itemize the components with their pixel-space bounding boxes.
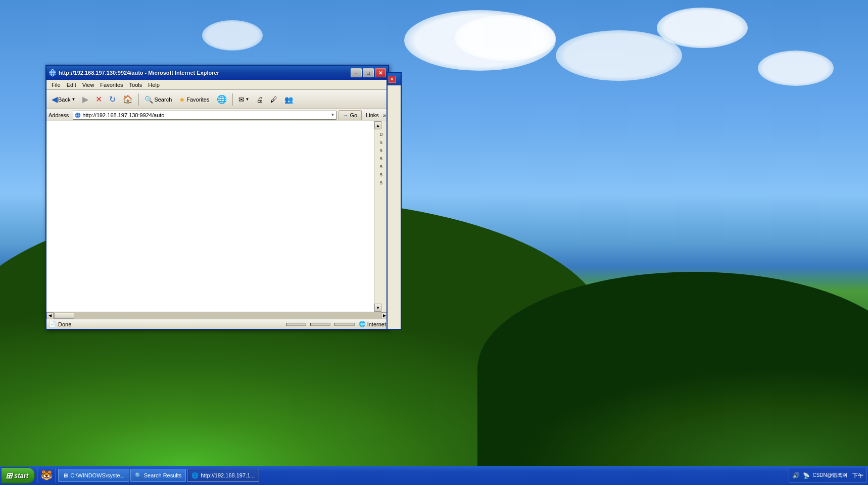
windows-logo: ⊞: [6, 471, 12, 480]
back-button[interactable]: ◀ Back ▼: [49, 92, 78, 107]
mail-button[interactable]: ✉ ▼: [235, 92, 253, 107]
address-input[interactable]: [82, 112, 329, 118]
tray-icons: 🔊: [792, 472, 800, 479]
toolbar-expand-icon[interactable]: »: [383, 112, 386, 118]
stop-button[interactable]: ✕: [92, 92, 105, 107]
page-status-icon: 📄: [49, 321, 56, 328]
window-title: http://192.168.197.130:9924/auto - Micro…: [59, 70, 351, 76]
status-zone: 🌐 Internet: [359, 321, 386, 327]
h-scrollbar: ◀ ▶: [46, 312, 388, 319]
taskbar-cmd[interactable]: 🖥 C:\WINDOWS\syste...: [58, 469, 129, 482]
mail-dropdown-icon[interactable]: ▼: [246, 97, 250, 102]
address-label: Address: [49, 112, 69, 118]
search-label: Search: [154, 96, 172, 103]
start-button[interactable]: ⊞ start: [1, 467, 35, 483]
minimize-button[interactable]: –: [351, 68, 362, 77]
back-icon: ◀: [52, 94, 58, 104]
ie-window: http://192.168.197.130:9924/auto - Micro…: [45, 65, 389, 330]
browser-content[interactable]: [46, 121, 374, 312]
scroll-down-arrow[interactable]: ▼: [374, 304, 381, 312]
search-icon: 🔍: [144, 95, 153, 104]
start-label: start: [14, 472, 28, 479]
refresh-button[interactable]: ↻: [106, 92, 119, 107]
menu-edit[interactable]: Edit: [64, 81, 79, 89]
menu-file[interactable]: File: [49, 81, 64, 89]
back-label: Back: [58, 96, 70, 103]
toolbar: ◀ Back ▼ ▶ ✕ ↻ 🏠 🔍 Search ★ Favorite: [46, 90, 388, 109]
taskbar: ⊞ start 🐯 🖥 C:\WINDOWS\syste... 🔍 Search…: [0, 466, 868, 485]
tray-app-icon: 📡: [803, 472, 810, 479]
taskbar-search[interactable]: 🔍 Search Results: [130, 469, 186, 482]
second-title-bar: ✕: [388, 73, 401, 85]
discuss-icon: 👥: [284, 95, 293, 104]
page-icon: [74, 112, 81, 119]
forward-button[interactable]: ▶: [79, 92, 91, 107]
home-button[interactable]: 🏠: [120, 92, 136, 107]
menu-bar: File Edit View Favorites Tools Help: [46, 80, 388, 90]
clock: 下午: [852, 472, 863, 479]
cmd-icon: 🖥: [63, 472, 68, 478]
internet-icon: 🌐: [359, 321, 366, 327]
address-input-wrapper[interactable]: ▼: [73, 111, 336, 120]
toolbar-sep-1: [138, 93, 139, 106]
media-button[interactable]: 🌐: [214, 92, 230, 107]
favorites-label: Favorites: [186, 96, 209, 103]
zone-text: Internet: [367, 321, 386, 327]
favorites-button[interactable]: ★ Favorites: [176, 92, 212, 107]
system-tray: 🔊 📡 CSDN@猎鹰网 下午: [789, 468, 867, 483]
search-taskbar-icon: 🔍: [135, 472, 142, 479]
refresh-icon: ↻: [109, 94, 116, 104]
progress-bar-3: [334, 323, 355, 326]
close-button[interactable]: ✕: [375, 68, 386, 77]
right-sidebar: ▲ D 5 5 5 5 5 5 ▼: [374, 121, 388, 312]
scroll-left-arrow[interactable]: ◀: [46, 312, 54, 319]
menu-favorites[interactable]: Favorites: [97, 81, 126, 89]
taskbar-sep-2: [56, 468, 56, 482]
status-text: Done: [58, 321, 284, 327]
progress-bar-1: [286, 323, 306, 326]
toolbar-sep-2: [232, 93, 233, 106]
maximize-button[interactable]: □: [363, 68, 374, 77]
quick-launch-icon[interactable]: 🐯: [39, 469, 54, 482]
second-ie-window: ✕: [387, 72, 402, 330]
ie-label: http://192.168.197.1...: [201, 472, 255, 478]
media-icon: 🌐: [217, 94, 227, 104]
print-icon: 🖨: [256, 95, 263, 104]
content-wrapper: ▲ D 5 5 5 5 5 5 ▼: [46, 121, 388, 312]
cmd-label: C:\WINDOWS\syste...: [70, 472, 125, 478]
search-button[interactable]: 🔍 Search: [141, 92, 175, 107]
address-dropdown-icon[interactable]: ▼: [331, 113, 335, 117]
back-dropdown-icon[interactable]: ▼: [71, 97, 75, 102]
status-bar: 📄 Done 🌐 Internet: [46, 319, 388, 329]
launch-ie-icon: 🐯: [41, 470, 52, 481]
scroll-thumb[interactable]: [54, 313, 74, 319]
title-bar: http://192.168.197.130:9924/auto - Micro…: [46, 66, 388, 80]
menu-view[interactable]: View: [79, 81, 98, 89]
progress-bar-2: [310, 323, 330, 326]
go-arrow-icon: →: [343, 112, 349, 118]
go-label: Go: [350, 112, 358, 118]
stop-icon: ✕: [95, 94, 102, 104]
forward-icon: ▶: [82, 94, 88, 104]
favorites-icon: ★: [179, 95, 185, 104]
search-results-label: Search Results: [144, 472, 182, 478]
scroll-track[interactable]: [54, 312, 381, 319]
mail-icon: ✉: [238, 95, 245, 104]
tray-text: CSDN@猎鹰网: [813, 472, 848, 479]
taskbar-ie[interactable]: 🌐 http://192.168.197.1...: [187, 469, 259, 482]
edit-icon: 🖊: [270, 95, 277, 104]
edit-button[interactable]: 🖊: [267, 92, 280, 107]
discuss-button[interactable]: 👥: [281, 92, 296, 107]
ie-taskbar-icon: 🌐: [191, 472, 199, 479]
home-icon: 🏠: [123, 94, 133, 104]
second-close-button[interactable]: ✕: [389, 76, 396, 83]
title-bar-buttons: – □ ✕: [351, 68, 386, 77]
address-bar: Address ▼ → Go Links »: [46, 109, 388, 121]
menu-tools[interactable]: Tools: [126, 81, 146, 89]
print-button[interactable]: 🖨: [253, 92, 266, 107]
menu-help[interactable]: Help: [145, 81, 163, 89]
status-right: 🌐 Internet: [286, 321, 386, 327]
links-button[interactable]: Links: [364, 111, 381, 119]
go-button[interactable]: → Go: [339, 110, 362, 120]
scroll-up-arrow[interactable]: ▲: [374, 121, 381, 129]
